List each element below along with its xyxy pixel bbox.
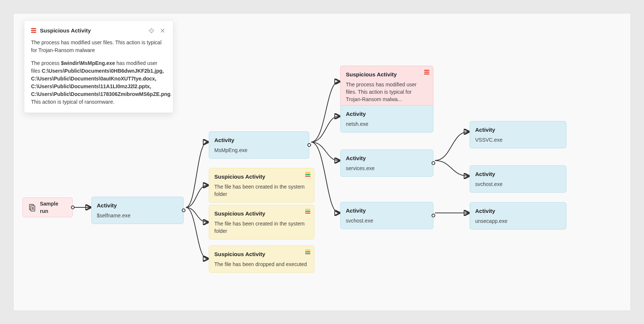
close-icon [160,28,166,34]
node-sub: $selfname.exe [97,212,178,219]
sample-file-icon [28,203,36,211]
close-button[interactable] [159,27,166,34]
node-title: Suspicious Activity [214,173,309,181]
severity-bars-icon [305,172,310,177]
node-title: Activity [475,126,561,134]
node-title: Activity [475,170,561,178]
node-title: Suspicious Activity [214,250,309,258]
out-plug[interactable] [307,143,311,147]
out-plug[interactable] [432,214,435,217]
severity-bars-icon [305,249,310,255]
node-sub: svchost.exe [346,217,428,224]
node-suspicious-created-1[interactable]: Suspicious Activity The file has been cr… [209,168,314,203]
node-sample-run[interactable]: Sample run [23,197,73,217]
node-title: Suspicious Activity [346,70,428,79]
node-sub: MsMpEng.exe [214,147,304,154]
node-title: Activity [214,136,304,144]
node-activity-services[interactable]: Activity services.exe [340,149,433,177]
node-activity-msmpeng[interactable]: Activity MsMpEng.exe [209,131,309,159]
diagram-surface[interactable]: Sample run Activity $selfname.exe Activi… [13,13,631,311]
node-sub: The process has modified user files. Thi… [346,81,428,103]
out-plug[interactable] [71,206,75,209]
svg-point-6 [151,30,152,31]
node-sample-run-label: Sample run [40,200,67,215]
node-sub: VSSVC.exe [475,136,561,144]
node-title: Activity [97,201,178,210]
panel-description: The process has modified user files. Thi… [31,39,166,54]
node-activity-selfname[interactable]: Activity $selfname.exe [91,197,184,224]
node-sub: svchost.exe [475,180,561,188]
out-plug[interactable] [182,208,185,212]
node-suspicious-created-2[interactable]: Suspicious Activity The file has been cr… [209,205,314,239]
node-title: Activity [475,207,561,215]
panel-title: Suspicious Activity [40,27,144,35]
node-title: Suspicious Activity [214,210,309,218]
node-sub: The file has been created in the system … [214,220,309,235]
severity-bars-icon [31,28,36,34]
node-title: Activity [346,207,428,215]
node-activity-netsh[interactable]: Activity netsh.exe [340,105,433,132]
detail-panel: Suspicious Activity [24,20,173,113]
node-title: Activity [346,110,428,118]
panel-detail-text: The process $windir\MsMpEng.exe has modi… [31,59,166,106]
severity-bars-icon [424,70,429,75]
node-sub: The file has been dropped and executed [214,261,309,268]
locate-button[interactable] [148,27,155,34]
node-suspicious-dropped[interactable]: Suspicious Activity The file has been dr… [209,245,314,273]
node-suspicious-modified-files[interactable]: Suspicious Activity The process has modi… [340,66,433,108]
node-sub: unsecapp.exe [475,217,561,225]
node-activity-svchost-2[interactable]: Activity svchost.exe [470,165,566,193]
node-title: Activity [346,154,428,162]
node-sub: services.exe [346,165,428,172]
node-sub: The file has been created in the system … [214,183,309,198]
node-activity-svchost[interactable]: Activity svchost.exe [340,202,433,229]
node-activity-vssvc[interactable]: Activity VSSVC.exe [470,121,566,148]
severity-bars-icon [305,209,310,214]
target-icon [149,28,154,34]
out-plug[interactable] [432,161,435,165]
node-sub: netsh.exe [346,120,428,128]
node-activity-unsecapp[interactable]: Activity unsecapp.exe [470,202,566,230]
